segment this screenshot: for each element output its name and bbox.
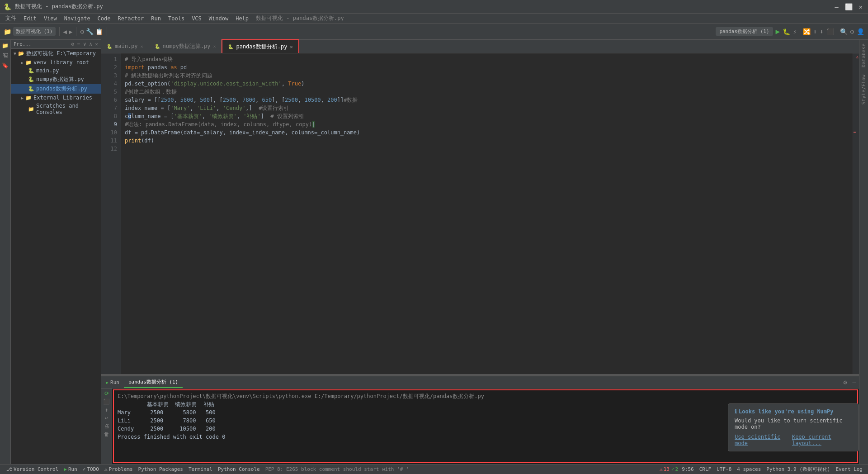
tree-item-mainpy[interactable]: 🐍 main.py: [11, 66, 101, 75]
menu-code[interactable]: Code: [94, 14, 114, 23]
status-line-col[interactable]: 9:56: [680, 466, 696, 472]
run-profile-icon[interactable]: ⚡: [793, 28, 797, 35]
tree-item-scratches[interactable]: 📁 Scratches and Consoles: [11, 102, 101, 116]
tree-item-external[interactable]: ▶ 📁 External Libraries: [11, 94, 101, 102]
line-num-10: 10: [101, 128, 117, 137]
notification-title: ℹ Looks like you're using NumPy: [735, 408, 852, 415]
menu-help[interactable]: Help: [232, 14, 252, 23]
tab-numpy[interactable]: 🐍 numpy数据运算.py ✕: [149, 39, 222, 53]
maximize-btn[interactable]: ⬜: [843, 3, 854, 10]
run-tab-run[interactable]: ▶ Run: [101, 378, 124, 387]
pandas-tab-close[interactable]: ✕: [290, 44, 292, 49]
notif-link-scientific[interactable]: Use scientific mode: [735, 434, 787, 446]
toolbar-push-icon[interactable]: ⬆: [813, 28, 817, 35]
status-problems[interactable]: ⚠ Problems: [102, 466, 136, 472]
toolbar-forward-icon[interactable]: ▶: [69, 28, 72, 35]
problems-icon: ⚠: [104, 466, 108, 472]
structure-sidebar-icon[interactable]: 🏗: [2, 52, 9, 60]
menu-tools[interactable]: Tools: [165, 14, 188, 23]
menu-window[interactable]: Window: [205, 14, 232, 23]
code-line-5: #创建二维数组，数据: [125, 88, 849, 96]
line-num-8: 8: [101, 112, 117, 120]
menu-run[interactable]: Run: [147, 14, 165, 23]
menu-navigate[interactable]: Navigate: [61, 14, 94, 23]
mainpy-tab-close[interactable]: ✕: [141, 44, 143, 49]
tree-item-pandas[interactable]: 🐍 pandas数据分析.py: [11, 84, 101, 94]
line-num-3: 3: [101, 71, 117, 80]
toolbar-action3[interactable]: 📋: [95, 28, 103, 35]
console-line-cmd: E:\Temporary\pythonProject\数据可视化\venv\Sc…: [118, 392, 854, 400]
editor-run-split: 1 2 3 4 5 6 7 8 9 10 11 12 # 导入pandas模块: [101, 53, 859, 464]
toolbar-pull-icon[interactable]: ⬇: [820, 28, 823, 35]
status-encoding[interactable]: UTF-8: [715, 466, 733, 472]
close-btn[interactable]: ✕: [857, 3, 864, 10]
status-python-version[interactable]: Python 3.9 (数据可视化): [764, 466, 832, 473]
rsidebar-styleflow[interactable]: Style/Flow: [860, 71, 868, 108]
toolbar-back-icon[interactable]: ◀: [63, 28, 67, 35]
toolbar-action2[interactable]: 🔧: [86, 28, 94, 35]
menu-file[interactable]: 文件: [2, 14, 20, 23]
run-debug-icon[interactable]: 🐛: [783, 28, 790, 35]
run-rerun-icon[interactable]: ⟳: [104, 390, 109, 397]
todo-label: TODO: [87, 466, 99, 472]
bookmark-sidebar-icon[interactable]: 🔖: [1, 62, 9, 70]
warning-indicators: ━: [853, 53, 859, 138]
status-event-log[interactable]: Event Log: [834, 466, 864, 472]
code-line-12: [125, 145, 849, 153]
run-wrap-icon[interactable]: ↩: [105, 415, 108, 421]
run-settings-icon[interactable]: ⚙: [840, 379, 849, 386]
status-crlf[interactable]: CRLF: [698, 466, 713, 472]
python-console-label: Python Console: [218, 466, 260, 472]
notif-link-keep[interactable]: Keep current layout...: [792, 434, 852, 446]
toolbar: 📁 数据可视化 (1) ◀ ▶ ⚙ 🔧 📋 pandas数据分析 (1) ▶ 🐛…: [0, 24, 868, 40]
toolbar-project-dropdown[interactable]: 数据可视化 (1): [13, 27, 56, 36]
menu-vcs[interactable]: VCS: [188, 14, 205, 23]
status-python-console[interactable]: Python Console: [215, 466, 263, 472]
user-icon[interactable]: 👤: [857, 28, 864, 35]
run-scroll-icon[interactable]: ↕: [105, 407, 108, 413]
tab-pandas[interactable]: 🐍 pandas数据分析.py ✕: [222, 39, 299, 53]
toolbar-stop-icon[interactable]: ⬛: [826, 28, 834, 35]
warning-icon: ⚠: [660, 466, 663, 472]
tab-mainpy[interactable]: 🐍 main.py ✕: [101, 39, 149, 53]
run-minimize-icon[interactable]: —: [850, 379, 859, 386]
status-version-control[interactable]: ⎇ Version Control: [4, 466, 61, 472]
project-sidebar-icon[interactable]: 📁: [1, 42, 9, 50]
minimize-btn[interactable]: —: [833, 3, 840, 10]
check-count[interactable]: ✓ 2: [671, 466, 678, 472]
status-indent[interactable]: 4 spaces: [735, 466, 763, 472]
run-play-icon[interactable]: ▶: [776, 27, 780, 36]
run-print-icon[interactable]: 🖨: [104, 423, 109, 429]
warning-count[interactable]: ⚠ 13: [660, 466, 670, 472]
pandas-label: pandas数据分析.py: [36, 85, 87, 93]
line-num-1: 1: [101, 55, 117, 63]
status-python-packages[interactable]: Python Packages: [136, 466, 186, 472]
run-clear-icon[interactable]: 🗑: [104, 431, 109, 437]
toolbar-git-icon[interactable]: 🔀: [803, 28, 811, 35]
tree-item-root[interactable]: ▼ 📂 数据可视化 E:\Temporary: [11, 49, 101, 58]
status-terminal[interactable]: Terminal: [186, 466, 215, 472]
toolbar-sep2: [76, 27, 76, 36]
line-num-7: 7: [101, 104, 117, 112]
editor-tabs: 🐍 main.py ✕ 🐍 numpy数据运算.py ✕ 🐍 pandas数据分…: [101, 40, 859, 53]
rsidebar-database[interactable]: Database: [860, 40, 868, 71]
tree-item-numpy[interactable]: 🐍 numpy数据运算.py: [11, 75, 101, 84]
numpy-icon: 🐍: [28, 76, 34, 82]
code-line-8: column_name = ['基本薪资', '绩效薪资', '补贴'] # 设…: [125, 112, 849, 120]
menu-view[interactable]: View: [40, 14, 61, 23]
status-todo[interactable]: ✓ TODO: [80, 466, 102, 472]
numpy-tab-close[interactable]: ✕: [213, 44, 216, 49]
numpy-tab-label: numpy数据运算.py: [163, 43, 211, 50]
code-content[interactable]: # 导入pandas模块 import pandas as pd # 解决数据输…: [121, 53, 853, 374]
status-run[interactable]: ▶ Run: [61, 466, 80, 472]
tree-item-venv[interactable]: ▶ 📁 venv library root: [11, 58, 101, 66]
run-config-dropdown[interactable]: pandas数据分析 (1): [716, 27, 773, 36]
code-line-10: df = pd.DataFrame(data=_salary, index=_i…: [125, 128, 849, 137]
run-stop-icon[interactable]: ⬛: [103, 398, 110, 405]
toolbar-settings-icon[interactable]: ⚙: [850, 28, 854, 35]
toolbar-search-icon[interactable]: 🔍: [840, 28, 848, 35]
menu-edit[interactable]: Edit: [20, 14, 40, 23]
run-tab-pandas[interactable]: pandas数据分析 (1): [124, 377, 183, 388]
menu-refactor[interactable]: Refactor: [114, 14, 148, 23]
toolbar-action1[interactable]: ⚙: [80, 28, 84, 35]
